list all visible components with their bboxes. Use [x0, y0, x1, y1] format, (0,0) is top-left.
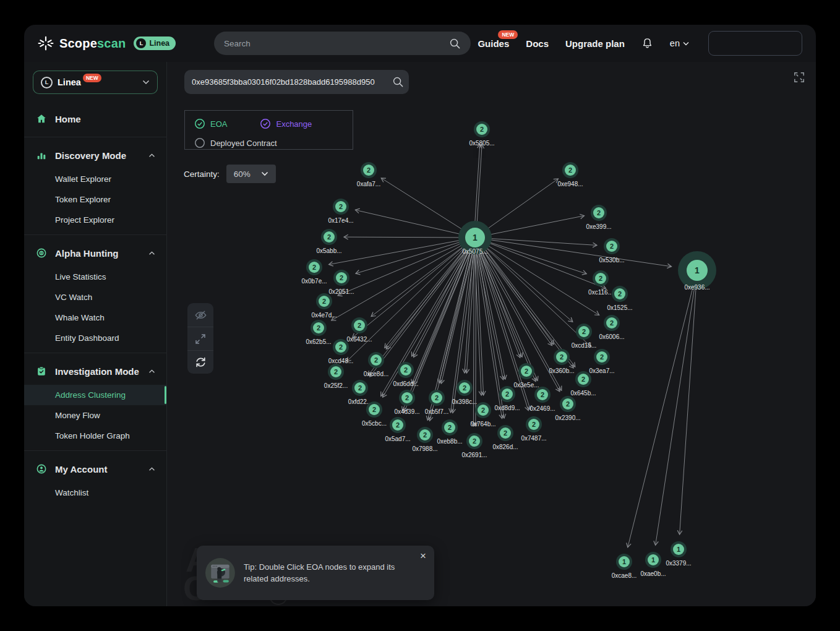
- sidebar-item-entity-dashboard[interactable]: Entity Dashboard: [24, 328, 166, 348]
- graph-node-0x5abb[interactable]: 2: [321, 229, 337, 245]
- graph-node-value: 2: [476, 124, 487, 135]
- sidebar-section-investigation-mode[interactable]: Investigation Mode: [24, 358, 166, 385]
- graph-node-label: 0xc116...: [588, 289, 613, 296]
- legend-exchange-toggle[interactable]: Exchange: [260, 118, 312, 129]
- graph-node-0x25f2[interactable]: 2: [328, 364, 344, 380]
- fit-view-button[interactable]: [187, 327, 213, 350]
- sidebar-item-project-explorer[interactable]: Project Explorer: [24, 210, 166, 230]
- sidebar-item-token-holder-graph[interactable]: Token Holder Graph: [24, 426, 166, 446]
- graph-node-0x5ad7[interactable]: 2: [390, 417, 406, 433]
- brand[interactable]: Scopescan L Linea: [38, 35, 176, 51]
- graph-node-0x0b7e[interactable]: 2: [306, 259, 322, 275]
- sidebar-section-discovery-mode[interactable]: Discovery Mode: [24, 142, 166, 169]
- graph-node-0x6006[interactable]: 2: [604, 315, 620, 331]
- graph-node-0x3379[interactable]: 1: [671, 541, 687, 557]
- sidebar-item-vc-watch[interactable]: VC Watch: [24, 287, 166, 307]
- graph-node-value: 2: [595, 273, 606, 284]
- graph-node-0x5cbc[interactable]: 2: [366, 401, 382, 418]
- sidebar-item-wallet-explorer[interactable]: Wallet Explorer: [24, 169, 166, 189]
- wallet-connect-frame[interactable]: [708, 31, 802, 56]
- graph-node-0x6432[interactable]: 2: [351, 317, 367, 333]
- graph-node-0x360b[interactable]: 2: [554, 349, 570, 365]
- graph-node-0xb5f7[interactable]: 2: [429, 390, 445, 406]
- graph-node-label: 0x398c...: [452, 398, 478, 405]
- nav-guides[interactable]: GuidesNEW: [478, 38, 509, 49]
- graph-node-value: 1: [465, 228, 485, 247]
- graph-node-0xe399[interactable]: 2: [591, 205, 607, 221]
- address-input[interactable]: [192, 77, 390, 87]
- graph-node-value: 2: [521, 366, 532, 377]
- sidebar-item-money-flow[interactable]: Money Flow: [24, 405, 166, 426]
- nav-docs[interactable]: Docs: [526, 38, 549, 49]
- graph-node-0x4e7d[interactable]: 2: [316, 293, 332, 309]
- graph-node-0xae0b[interactable]: 1: [645, 552, 661, 568]
- search-icon[interactable]: [392, 76, 404, 88]
- graph-node-label: 0xb5f7...: [425, 408, 448, 415]
- graph-canvas[interactable]: 10x5075...10xe936...20x5805...20xe948...…: [167, 62, 816, 606]
- notification-bell-icon[interactable]: [641, 37, 653, 49]
- graph-node-0xafa7[interactable]: 2: [361, 162, 377, 178]
- graph-node-label: 0x4d39...: [394, 408, 419, 415]
- sidebar-item-live-statistics[interactable]: Live Statistics: [24, 267, 166, 287]
- graph-node-0x62b5[interactable]: 2: [311, 320, 327, 336]
- graph-node-label: 0x2051...: [328, 288, 354, 295]
- graph-node-0x530b[interactable]: 2: [604, 238, 620, 254]
- language-selector[interactable]: en: [670, 38, 689, 48]
- graph-node-0x645b[interactable]: 2: [575, 371, 591, 387]
- sidebar-section-my-account[interactable]: My Account: [24, 455, 166, 483]
- graph-node-label: 0x7487...: [521, 435, 546, 442]
- graph-node-0x7487[interactable]: 2: [526, 416, 542, 432]
- graph-node-0xcd15[interactable]: 2: [576, 324, 592, 340]
- graph-node-0x4d39[interactable]: 2: [399, 390, 415, 406]
- graph-node-value: 2: [335, 201, 346, 212]
- graph-node-0x826d[interactable]: 2: [497, 425, 513, 441]
- divider: [24, 450, 166, 451]
- sidebar-item-watchlist[interactable]: Watchlist: [24, 483, 166, 503]
- graph-node-0xcae8[interactable]: 1: [616, 554, 632, 570]
- tip-illustration: [205, 554, 235, 592]
- sidebar-item-token-explorer[interactable]: Token Explorer: [24, 189, 166, 210]
- graph-node-value: 2: [606, 241, 617, 252]
- graph-node-0xc116[interactable]: 2: [593, 270, 609, 286]
- fullscreen-button[interactable]: [794, 72, 805, 85]
- search-input[interactable]: [224, 39, 449, 48]
- sidebar-item-home[interactable]: Home: [24, 105, 166, 132]
- sidebar-section-alpha-hunting[interactable]: Alpha Hunting: [24, 239, 166, 267]
- sidebar-item-address-clustering[interactable]: Address Clustering: [24, 385, 166, 405]
- graph-node-0xe948[interactable]: 2: [562, 162, 578, 178]
- graph-node-0xcd48[interactable]: 2: [333, 339, 349, 355]
- graph-node-0x17e4[interactable]: 2: [333, 199, 349, 215]
- graph-node-0xd8d9[interactable]: 2: [499, 386, 515, 402]
- nav-upgrade-plan[interactable]: Upgrade plan: [565, 38, 625, 49]
- graph-node-label: 0x360b...: [549, 367, 574, 374]
- graph-node-0x5805[interactable]: 2: [474, 121, 490, 137]
- graph-node-label: 0xae0b...: [640, 570, 666, 577]
- graph-node-label: 0x826d...: [492, 444, 518, 450]
- graph-node-0x398c[interactable]: 2: [456, 380, 473, 396]
- graph-node-0x3e5e[interactable]: 2: [518, 363, 534, 379]
- header-network-badge[interactable]: L Linea: [134, 36, 176, 50]
- legend-eoa-toggle[interactable]: EOA: [194, 118, 227, 129]
- close-icon[interactable]: ×: [420, 551, 426, 561]
- refresh-button[interactable]: [187, 350, 213, 374]
- network-selector[interactable]: L Linea NEW: [33, 71, 158, 94]
- graph-node-0x2051[interactable]: 2: [333, 270, 349, 286]
- graph-node-0x2390[interactable]: 2: [560, 396, 576, 412]
- graph-node-0xeb8b[interactable]: 2: [442, 419, 458, 436]
- hide-labels-button[interactable]: [187, 303, 213, 327]
- graph-node-0xce8d[interactable]: 2: [368, 352, 384, 368]
- graph-node-0x2469[interactable]: 2: [534, 387, 551, 403]
- graph-node-0x3ea7[interactable]: 2: [594, 349, 610, 365]
- legend-deployed-contract-toggle[interactable]: Deployed Contract: [194, 137, 277, 148]
- graph-node-0x7988[interactable]: 2: [417, 427, 433, 443]
- graph-node-value: 2: [335, 341, 346, 353]
- graph-node-0xfd22[interactable]: 2: [352, 380, 368, 396]
- graph-node-0x2691[interactable]: 2: [466, 433, 482, 449]
- graph-node-0xd6dd[interactable]: 2: [398, 362, 414, 378]
- graph-node-label: 0xcae8...: [612, 572, 637, 579]
- certainty-dropdown[interactable]: 60%: [226, 165, 276, 183]
- graph-node-0x764b[interactable]: 2: [475, 402, 491, 418]
- sidebar-item-whale-watch[interactable]: Whale Watch: [24, 307, 166, 328]
- graph-node-label: 0x25f2...: [324, 382, 348, 389]
- graph-node-0x1525[interactable]: 2: [612, 286, 628, 302]
